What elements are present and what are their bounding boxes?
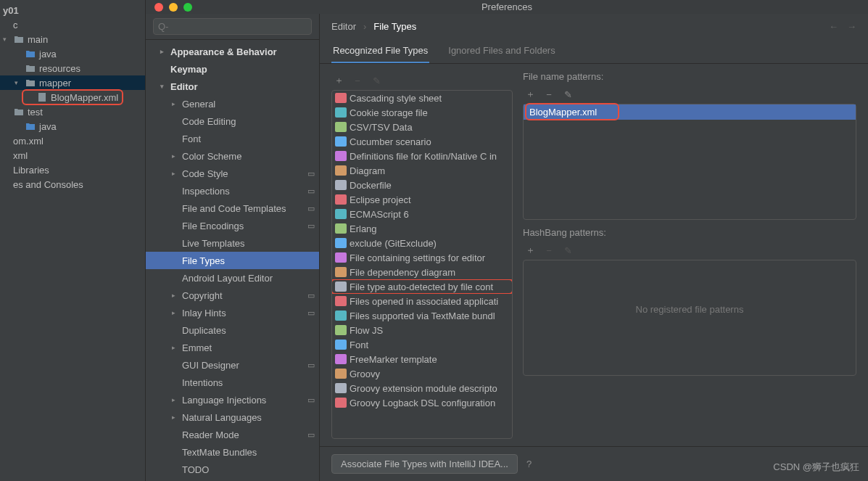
sidebar-label: Color Scheme [182, 151, 241, 162]
tree-file[interactable]: BlogMapper.xml [0, 90, 145, 104]
add-icon[interactable]: ＋ [524, 244, 536, 257]
file-types-list[interactable]: Cascading style sheetCookie storage file… [331, 90, 513, 439]
file-type-item[interactable]: Cookie storage file [332, 105, 512, 120]
tree-folder[interactable]: java [0, 119, 145, 133]
sidebar-label: File Types [182, 255, 225, 266]
sidebar-item[interactable]: ▸Natural Languages [146, 408, 319, 426]
file-type-item[interactable]: Cucumber scenario [332, 134, 512, 149]
file-type-item[interactable]: ECMAScript 6 [332, 207, 512, 221]
tree-folder[interactable]: ▾main [0, 32, 145, 46]
window-zoom-icon[interactable] [183, 3, 192, 12]
tree-label: es and Consoles [13, 179, 83, 190]
sidebar-item[interactable]: Font [146, 130, 319, 147]
file-type-item[interactable]: File dependency diagram [332, 265, 512, 279]
tree-label: c [13, 20, 18, 30]
tree-file[interactable]: Libraries [0, 163, 145, 177]
file-type-item[interactable]: Groovy Logback DSL configuration [332, 395, 512, 410]
sidebar-item[interactable]: ▸Appearance & Behavior [146, 43, 319, 60]
gear-icon: ▭ [307, 221, 315, 231]
sidebar-item[interactable]: ▸Language Injections▭ [146, 391, 319, 408]
filename-patterns-list[interactable]: BlogMapper.xml [523, 104, 856, 220]
file-type-item[interactable]: Groovy [332, 366, 512, 381]
sidebar-item[interactable]: File Encodings▭ [146, 217, 319, 234]
tree-folder[interactable]: test [0, 104, 145, 119]
sidebar-item[interactable]: Intentions [146, 374, 319, 391]
search-input[interactable] [153, 18, 312, 35]
remove-icon[interactable]: − [352, 75, 363, 86]
tree-folder[interactable]: resources [0, 61, 145, 75]
sidebar-item[interactable]: ▸Emmet [146, 339, 319, 356]
window-close-icon[interactable] [154, 3, 163, 12]
tree-file[interactable]: om.xml [0, 133, 145, 148]
tree-file[interactable]: xml [0, 148, 145, 163]
sidebar-item[interactable]: Inspections▭ [146, 182, 319, 200]
sidebar-item[interactable]: TextMate Bundles [146, 443, 319, 461]
tree-label: mapper [39, 78, 71, 89]
tab-ignored[interactable]: Ignored Files and Folders [447, 39, 556, 63]
sidebar-item[interactable]: TODO [146, 461, 319, 478]
edit-icon[interactable]: ✎ [562, 245, 574, 256]
remove-icon[interactable]: − [543, 245, 555, 256]
file-type-item[interactable]: Eclipse project [332, 192, 512, 207]
remove-icon[interactable]: − [543, 89, 555, 100]
folder-icon [13, 33, 25, 45]
file-type-item[interactable]: Flow JS [332, 323, 512, 337]
sidebar-label: Keymap [170, 64, 207, 75]
file-type-item[interactable]: Cascading style sheet [332, 91, 512, 105]
sidebar-item[interactable]: Keymap [146, 60, 319, 78]
sidebar-item[interactable]: ▸General [146, 95, 319, 112]
edit-icon[interactable]: ✎ [562, 89, 574, 100]
file-type-item[interactable]: exclude (GitExclude) [332, 236, 512, 250]
file-type-item[interactable]: Files opened in associated applicati [332, 294, 512, 308]
edit-icon[interactable]: ✎ [371, 75, 382, 86]
watermark: CSDN @狮子也疯狂 [773, 461, 859, 474]
file-type-icon [335, 223, 347, 234]
sidebar-item[interactable]: File Types [146, 252, 319, 269]
sidebar-item[interactable]: ▸Inlay Hints▭ [146, 304, 319, 321]
file-type-label: Groovy [350, 369, 380, 379]
file-type-item[interactable]: Groovy extension module descripto [332, 381, 512, 395]
sidebar-item[interactable]: GUI Designer▭ [146, 356, 319, 374]
sidebar-item[interactable]: Duplicates [146, 321, 319, 339]
tree-folder[interactable]: ▾mapper [0, 75, 145, 90]
file-type-item[interactable]: FreeMarker template [332, 352, 512, 366]
file-type-item[interactable]: Erlang [332, 221, 512, 236]
tree-folder[interactable]: java [0, 46, 145, 61]
forward-icon[interactable]: → [847, 21, 856, 32]
file-type-item[interactable]: Font [332, 337, 512, 352]
breadcrumb-item[interactable]: Editor [331, 21, 356, 32]
breadcrumb-item: File Types [373, 21, 416, 32]
file-type-item[interactable]: Diagram [332, 163, 512, 178]
sidebar-item[interactable]: ▸Copyright▭ [146, 287, 319, 304]
sidebar-item[interactable]: ▸Code Style▭ [146, 165, 319, 182]
back-icon[interactable]: ← [829, 21, 838, 32]
window-minimize-icon[interactable] [169, 3, 178, 12]
add-icon[interactable]: ＋ [524, 88, 536, 101]
sidebar-item[interactable]: Live Templates [146, 234, 319, 252]
sidebar-label: File Encodings [182, 221, 244, 231]
help-icon[interactable]: ? [526, 459, 532, 469]
sidebar-item[interactable]: File and Code Templates▭ [146, 200, 319, 217]
tree-file[interactable]: c [0, 17, 145, 32]
add-icon[interactable]: ＋ [333, 74, 344, 87]
file-type-item[interactable]: Dockerfile [332, 178, 512, 192]
hashbang-patterns-list[interactable]: No registered file patterns [523, 260, 856, 376]
file-type-item[interactable]: File containing settings for editor [332, 250, 512, 265]
file-type-item[interactable]: Definitions file for Kotlin/Native C in [332, 149, 512, 163]
associate-button[interactable]: Associate File Types with IntelliJ IDEA.… [331, 454, 518, 474]
sidebar-item[interactable]: Reader Mode▭ [146, 426, 319, 443]
pattern-item[interactable]: BlogMapper.xml [524, 104, 856, 120]
titlebar: Preferences [146, 0, 868, 14]
file-type-item[interactable]: File type auto-detected by file cont [332, 279, 512, 294]
sidebar-item[interactable]: ▸Color Scheme [146, 147, 319, 165]
sidebar-item[interactable]: Android Layout Editor [146, 269, 319, 287]
sidebar-item[interactable]: ▾Editor [146, 78, 319, 95]
tree-file[interactable]: es and Consoles [0, 177, 145, 192]
tab-recognized[interactable]: Recognized File Types [331, 39, 429, 63]
project-tree[interactable]: y01 c▾mainjavaresources▾mapperBlogMapper… [0, 0, 145, 481]
sidebar-item[interactable]: Code Editing [146, 112, 319, 130]
file-type-label: Dockerfile [350, 180, 392, 191]
file-type-item[interactable]: Files supported via TextMate bundl [332, 308, 512, 323]
folder-icon [25, 77, 36, 89]
file-type-item[interactable]: CSV/TSV Data [332, 120, 512, 134]
